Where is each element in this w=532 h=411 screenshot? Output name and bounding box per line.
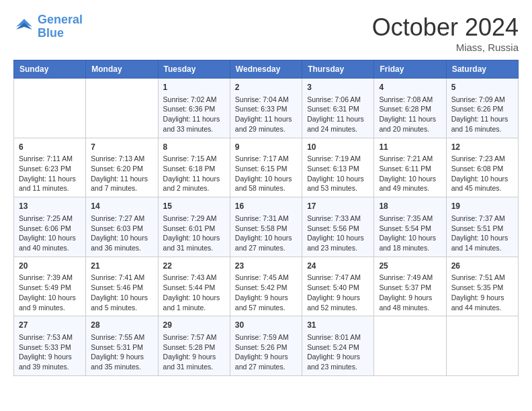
calendar-cell xyxy=(374,316,446,376)
daylight-text: Daylight: 11 hours and 24 minutes. xyxy=(307,114,369,134)
daylight-text: Daylight: 9 hours and 35 minutes. xyxy=(91,352,152,371)
sunset-text: Sunset: 6:18 PM xyxy=(163,164,225,174)
logo-blue: Blue xyxy=(38,27,83,40)
column-header-wednesday: Wednesday xyxy=(230,60,302,79)
calendar-week-row: 20Sunrise: 7:39 AMSunset: 5:49 PMDayligh… xyxy=(14,257,519,316)
sunset-text: Sunset: 6:20 PM xyxy=(91,164,152,174)
daylight-text: Daylight: 9 hours and 57 minutes. xyxy=(235,293,297,312)
sunset-text: Sunset: 5:26 PM xyxy=(235,342,297,353)
day-number: 26 xyxy=(451,261,513,272)
sunrise-text: Sunrise: 7:02 AM xyxy=(163,95,225,105)
day-number: 14 xyxy=(91,201,152,212)
sunrise-text: Sunrise: 7:41 AM xyxy=(91,273,152,283)
column-header-thursday: Thursday xyxy=(302,60,374,79)
sunrise-text: Sunrise: 7:43 AM xyxy=(163,273,225,283)
sunrise-text: Sunrise: 7:47 AM xyxy=(307,273,369,283)
calendar-cell: 11Sunrise: 7:21 AMSunset: 6:11 PMDayligh… xyxy=(374,138,446,197)
calendar-cell: 31Sunrise: 8:01 AMSunset: 5:24 PMDayligh… xyxy=(302,316,374,376)
daylight-text: Daylight: 10 hours and 36 minutes. xyxy=(91,233,152,253)
sunset-text: Sunset: 6:15 PM xyxy=(235,164,297,174)
sunrise-text: Sunrise: 7:39 AM xyxy=(19,273,81,283)
calendar-cell: 22Sunrise: 7:43 AMSunset: 5:44 PMDayligh… xyxy=(158,257,230,316)
sunset-text: Sunset: 6:01 PM xyxy=(163,224,225,234)
day-number: 5 xyxy=(451,82,513,93)
location: Miass, Russia xyxy=(372,42,519,53)
day-number: 20 xyxy=(19,261,81,272)
sunrise-text: Sunrise: 7:08 AM xyxy=(379,95,441,105)
month-title: October 2024 xyxy=(372,13,519,42)
daylight-text: Daylight: 11 hours and 2 minutes. xyxy=(163,174,225,193)
daylight-text: Daylight: 11 hours and 16 minutes. xyxy=(451,114,513,134)
sunset-text: Sunset: 5:37 PM xyxy=(379,283,441,293)
calendar-cell: 15Sunrise: 7:29 AMSunset: 6:01 PMDayligh… xyxy=(158,197,230,257)
daylight-text: Daylight: 11 hours and 33 minutes. xyxy=(163,114,225,134)
sunset-text: Sunset: 6:36 PM xyxy=(163,104,225,114)
day-number: 4 xyxy=(379,82,441,93)
calendar-cell: 7Sunrise: 7:13 AMSunset: 6:20 PMDaylight… xyxy=(86,138,158,197)
sunrise-text: Sunrise: 7:29 AM xyxy=(163,214,225,224)
sunrise-text: Sunrise: 7:21 AM xyxy=(379,154,441,164)
sunrise-text: Sunrise: 7:09 AM xyxy=(451,95,513,105)
day-number: 15 xyxy=(163,201,225,212)
calendar-cell: 21Sunrise: 7:41 AMSunset: 5:46 PMDayligh… xyxy=(86,257,158,316)
calendar-cell: 28Sunrise: 7:55 AMSunset: 5:31 PMDayligh… xyxy=(86,316,158,376)
day-number: 23 xyxy=(235,261,297,272)
daylight-text: Daylight: 11 hours and 29 minutes. xyxy=(235,114,297,134)
day-number: 2 xyxy=(235,82,297,93)
calendar-week-row: 13Sunrise: 7:25 AMSunset: 6:06 PMDayligh… xyxy=(14,197,519,257)
day-number: 29 xyxy=(163,320,225,331)
calendar-cell: 16Sunrise: 7:31 AMSunset: 5:58 PMDayligh… xyxy=(230,197,302,257)
day-number: 24 xyxy=(307,261,369,272)
sunset-text: Sunset: 5:46 PM xyxy=(91,283,152,293)
sunset-text: Sunset: 5:56 PM xyxy=(307,224,369,234)
sunrise-text: Sunrise: 7:37 AM xyxy=(451,214,513,224)
calendar-cell xyxy=(86,79,158,138)
column-header-tuesday: Tuesday xyxy=(158,60,230,79)
daylight-text: Daylight: 9 hours and 48 minutes. xyxy=(379,293,441,312)
calendar-cell: 30Sunrise: 7:59 AMSunset: 5:26 PMDayligh… xyxy=(230,316,302,376)
day-number: 18 xyxy=(379,201,441,212)
day-number: 8 xyxy=(163,142,225,153)
logo-icon xyxy=(13,16,35,38)
sunset-text: Sunset: 6:26 PM xyxy=(451,104,513,114)
daylight-text: Daylight: 9 hours and 44 minutes. xyxy=(451,293,513,312)
daylight-text: Daylight: 10 hours and 58 minutes. xyxy=(235,174,297,193)
day-number: 27 xyxy=(19,320,81,331)
calendar-cell: 27Sunrise: 7:53 AMSunset: 5:33 PMDayligh… xyxy=(14,316,86,376)
daylight-text: Daylight: 9 hours and 31 minutes. xyxy=(163,352,225,371)
calendar-cell: 23Sunrise: 7:45 AMSunset: 5:42 PMDayligh… xyxy=(230,257,302,316)
calendar-cell: 10Sunrise: 7:19 AMSunset: 6:13 PMDayligh… xyxy=(302,138,374,197)
column-header-monday: Monday xyxy=(86,60,158,79)
sunset-text: Sunset: 6:13 PM xyxy=(307,164,369,174)
sunset-text: Sunset: 6:28 PM xyxy=(379,104,441,114)
day-number: 31 xyxy=(307,320,369,331)
day-number: 10 xyxy=(307,142,369,153)
sunrise-text: Sunrise: 7:17 AM xyxy=(235,154,297,164)
sunrise-text: Sunrise: 7:19 AM xyxy=(307,154,369,164)
calendar-cell: 29Sunrise: 7:57 AMSunset: 5:28 PMDayligh… xyxy=(158,316,230,376)
sunrise-text: Sunrise: 7:49 AM xyxy=(379,273,441,283)
sunrise-text: Sunrise: 7:15 AM xyxy=(163,154,225,164)
daylight-text: Daylight: 10 hours and 9 minutes. xyxy=(19,293,81,312)
calendar-header-row: SundayMondayTuesdayWednesdayThursdayFrid… xyxy=(14,60,519,79)
calendar-cell xyxy=(14,79,86,138)
daylight-text: Daylight: 10 hours and 5 minutes. xyxy=(91,293,152,312)
calendar-table: SundayMondayTuesdayWednesdayThursdayFrid… xyxy=(13,60,519,376)
calendar-week-row: 6Sunrise: 7:11 AMSunset: 6:23 PMDaylight… xyxy=(14,138,519,197)
page-header: General Blue October 2024 Miass, Russia xyxy=(13,13,519,53)
calendar-cell: 18Sunrise: 7:35 AMSunset: 5:54 PMDayligh… xyxy=(374,197,446,257)
sunrise-text: Sunrise: 7:23 AM xyxy=(451,154,513,164)
day-number: 19 xyxy=(451,201,513,212)
day-number: 11 xyxy=(379,142,441,153)
sunrise-text: Sunrise: 7:04 AM xyxy=(235,95,297,105)
calendar-cell: 4Sunrise: 7:08 AMSunset: 6:28 PMDaylight… xyxy=(374,79,446,138)
daylight-text: Daylight: 10 hours and 53 minutes. xyxy=(307,174,369,193)
sunrise-text: Sunrise: 7:31 AM xyxy=(235,214,297,224)
sunset-text: Sunset: 6:31 PM xyxy=(307,104,369,114)
daylight-text: Daylight: 10 hours and 40 minutes. xyxy=(19,233,81,253)
calendar-cell: 1Sunrise: 7:02 AMSunset: 6:36 PMDaylight… xyxy=(158,79,230,138)
daylight-text: Daylight: 10 hours and 14 minutes. xyxy=(451,233,513,253)
sunset-text: Sunset: 6:03 PM xyxy=(91,224,152,234)
day-number: 28 xyxy=(91,320,152,331)
day-number: 16 xyxy=(235,201,297,212)
